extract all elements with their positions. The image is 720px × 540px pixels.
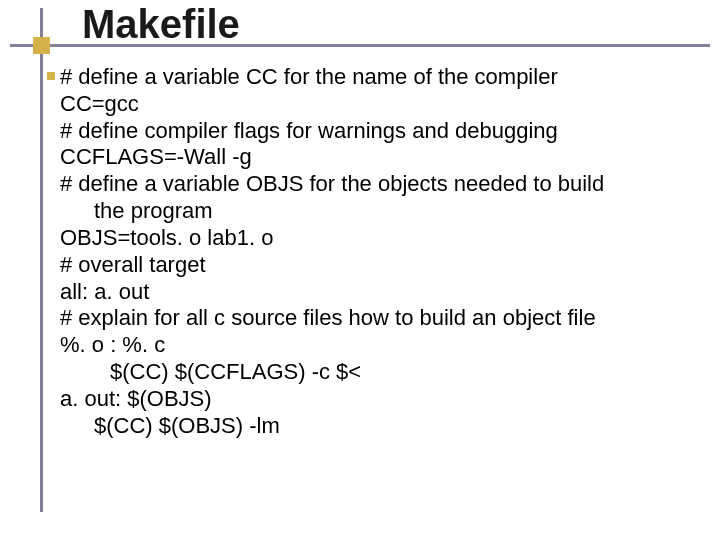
code-line: CC=gcc [60,91,680,118]
code-line: # define a variable OBJS for the objects… [60,171,680,198]
code-line: # define a variable CC for the name of t… [60,64,680,91]
code-line-indented: $(CC) $(OBJS) -lm [60,413,680,440]
slide-title: Makefile [82,2,240,47]
code-line: # explain for all c source files how to … [60,305,680,332]
code-line-indented: $(CC) $(CCFLAGS) -c $< [60,359,680,386]
bullet-square [47,72,55,80]
slide: Makefile # define a variable CC for the … [0,0,720,540]
code-line: OBJS=tools. o lab1. o [60,225,680,252]
code-line: %. o : %. c [60,332,680,359]
code-line-continuation: the program [60,198,680,225]
code-line: # define compiler flags for warnings and… [60,118,680,145]
code-line: a. out: $(OBJS) [60,386,680,413]
code-line: all: a. out [60,279,680,306]
code-line: CCFLAGS=-Wall -g [60,144,680,171]
vertical-rule [40,8,43,512]
corner-accent-square [33,37,50,54]
code-line: # overall target [60,252,680,279]
slide-body: # define a variable CC for the name of t… [60,64,680,440]
